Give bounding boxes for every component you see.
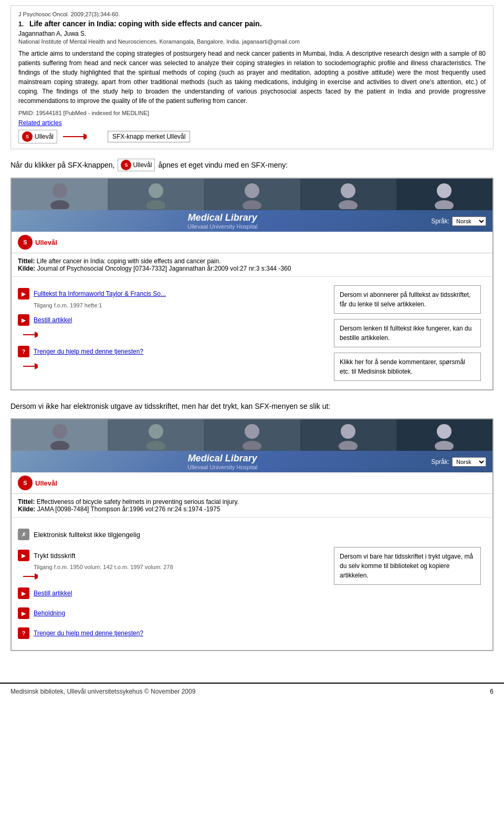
strip-seg-4 [300, 179, 396, 210]
sfx-hjelp-item-2: ? Trenger du hjelp med denne tjenesten? [18, 625, 323, 642]
sfx-no-electronic-icon: ✗ [18, 529, 29, 540]
meta-kilde-2: JAMA [0098-7484] Thompson år:1996 vol:27… [37, 505, 220, 513]
sfx-logo-row-1: S Ullevål [12, 232, 492, 253]
sfx-logo-text-2: Ullevål [35, 479, 57, 487]
page-number: 6 [490, 688, 494, 695]
lang-block-2: Språk: Norsk English [431, 457, 486, 467]
header2-image-2 [143, 421, 169, 450]
callout-text-1: Dersom vi abonnerer på fulltekst av tids… [340, 291, 470, 308]
callouts-right-2: Dersom vi bare har tidsskriftet i trykt … [334, 526, 486, 585]
sfx-button-label: Ullevål [35, 133, 54, 140]
sfx-annotation-label: SFX-knapp merket Ullevål [108, 131, 190, 142]
sfx-hjelp-icon-2: ? [18, 627, 29, 639]
sfx-meta-1: Tittel: Life after cancer in India: copi… [12, 253, 492, 277]
article-journal: J Psychosoc Oncol. 2009;27(3):344-60. [18, 11, 486, 17]
header-image-1 [47, 180, 72, 209]
article-affiliation: National Institute of Mental Health and … [18, 38, 486, 45]
svg-point-16 [52, 424, 67, 439]
footer-left: Medisinsk bibliotek, Ullevål universitet… [10, 688, 195, 695]
hjelp-arrow-icon [22, 361, 38, 372]
arrow-icon [60, 131, 87, 142]
sfx-no-electronic-item: ✗ Elektronisk fulltekst ikke tilgjengeli… [18, 526, 323, 543]
meta-title-1: Life after cancer in India: coping with … [37, 257, 221, 265]
sfx-bestill-item-2: ▶ Bestill artikkel [18, 585, 323, 602]
svg-point-9 [339, 200, 358, 209]
strip2-seg-5 [396, 419, 492, 451]
strip2-seg-1 [12, 419, 108, 451]
sfx-hjelp-link-2[interactable]: Trenger du hjelp med denne tjenesten? [34, 630, 143, 637]
svg-point-5 [146, 200, 165, 209]
sfx-ullevaal-button[interactable]: S Ullevål [18, 130, 57, 143]
ullevaal-inline-logo: S Ullevål [118, 159, 155, 171]
strip2-seg-3 [204, 419, 300, 451]
meta-title-2: Effectiveness of bicycle safety helmets … [37, 498, 239, 505]
strip-seg-3 [204, 179, 300, 210]
header-image-3 [239, 180, 265, 209]
sfx-hjelp-item: ? Trenger du hjelp med denne tjenesten? [18, 343, 323, 360]
svg-point-25 [435, 441, 454, 450]
article-pmid: PMID: 19544181 [PubMed - indexed for MED… [18, 110, 486, 116]
sfx-bestill-link-2[interactable]: Bestill artikkel [34, 590, 72, 597]
lang-block-1: Språk: Norsk English [431, 216, 486, 226]
lang-select-1[interactable]: Norsk English [452, 216, 486, 226]
sfx-fulltext-link[interactable]: Fulltekst fra Informaworld Taylor & Fran… [34, 290, 166, 297]
meta-kilde-1: Journal of Psychosocial Oncology [0734-7… [37, 265, 291, 272]
header2-image-5 [432, 421, 457, 450]
svg-point-6 [245, 183, 259, 198]
related-articles-link[interactable]: Related articles [18, 119, 486, 127]
sfx-logo-circle-large-2: S [18, 476, 33, 490]
sfx-meta-2: Tittel: Effectiveness of bicycle safety … [12, 494, 492, 518]
callout-box-2: Dersom lenken til fulltekst ikke fungere… [334, 319, 481, 347]
strip-seg-5 [396, 179, 492, 210]
sfx-hjelp-link[interactable]: Trenger du hjelp med denne tjenesten? [34, 348, 143, 355]
callouts-right-1: Dersom vi abonnerer på fulltekst av tids… [334, 285, 486, 381]
svg-point-8 [341, 183, 355, 198]
svg-point-2 [52, 183, 67, 198]
article-number: 1. [18, 20, 24, 28]
svg-point-4 [149, 183, 163, 198]
strip2-seg-2 [108, 419, 204, 451]
svg-point-11 [435, 200, 454, 209]
header2-image-3 [239, 421, 265, 450]
lib-title-2: Medical Library [14, 453, 431, 464]
lib-title-1: Medical Library [14, 212, 431, 223]
meta-title-label-1: Tittel: [18, 257, 35, 265]
sfx-beholdning-link[interactable]: Beholdning [34, 610, 65, 617]
lang-label-2: Språk: [431, 458, 449, 466]
sfx-inner-header-2: Medical Library Ullevaal University Hosp… [12, 451, 492, 472]
header-image-2 [143, 180, 169, 209]
callout-text-3: Klikk her for å sende kommentarer, spørs… [340, 358, 465, 375]
article-abstract: The article aims to understand the copin… [18, 49, 486, 106]
article-box: J Psychosoc Oncol. 2009;27(3):344-60. 1.… [10, 5, 494, 149]
sfx-hjelp-icon: ? [18, 346, 29, 357]
svg-point-17 [50, 441, 69, 450]
meta-kilde-label-1: Kilde: [18, 265, 35, 272]
sfx-bestill-item: ▶ Bestill artikkel [18, 312, 323, 328]
lib-subtitle-2: Ullevaal University Hospital [14, 464, 431, 470]
sfx-trykt-icon: ▶ [18, 550, 29, 561]
sfx-beholdning-item: ▶ Beholdning [18, 605, 323, 622]
sfx-menu-left-2: ✗ Elektronisk fulltekst ikke tilgjengeli… [18, 526, 323, 642]
sfx-access-info-1: Tilgang f.o.m. 1997 hefte:1 [34, 302, 323, 308]
svg-point-18 [149, 424, 163, 439]
svg-point-7 [243, 200, 261, 209]
section2-text: Dersom vi ikke har elektronisk utgave av… [10, 401, 494, 412]
instruction-text-before: Når du klikker på SFX-knappen, [10, 161, 114, 169]
bestill-arrow-icon [22, 329, 38, 340]
svg-point-21 [243, 441, 261, 450]
sfx-annotation-wrapper-2: ✗ Elektronisk fulltekst ikke tilgjengeli… [18, 526, 486, 642]
callout-box-1: Dersom vi abonnerer på fulltekst av tids… [334, 285, 481, 314]
sfx-bestill-link[interactable]: Bestill artikkel [34, 316, 72, 324]
sfx-header-strip [12, 179, 492, 210]
sfx-window-2: Medical Library Ullevaal University Hosp… [10, 418, 494, 651]
sfx-annotation-wrapper-1: ▶ Fulltekst fra Informaworld Taylor & Fr… [18, 285, 486, 381]
ullevaal-inline-label: Ullevål [133, 161, 152, 169]
lib-name-block-2: Medical Library Ullevaal University Hosp… [14, 453, 431, 470]
sfx-logo-text-1: Ullevål [35, 239, 57, 246]
header-image-4 [335, 180, 361, 209]
svg-point-23 [339, 441, 358, 450]
svg-point-3 [50, 200, 69, 209]
sfx-window-1: Medical Library Ullevaal University Hosp… [10, 178, 494, 390]
lang-select-2[interactable]: Norsk English [452, 457, 486, 467]
svg-point-10 [437, 183, 452, 198]
